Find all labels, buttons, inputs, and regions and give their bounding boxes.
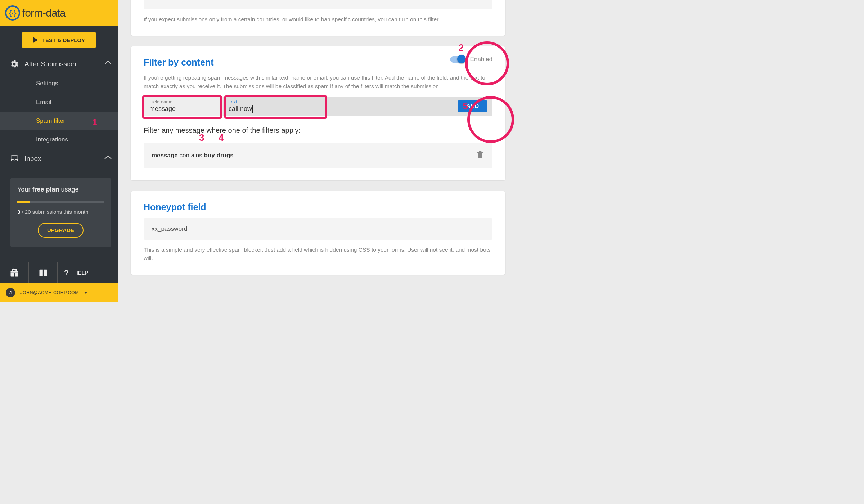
brand-text: form-data bbox=[22, 7, 65, 19]
help-button[interactable]: HELP bbox=[58, 262, 118, 283]
plan-progress bbox=[17, 201, 104, 203]
gift-button[interactable] bbox=[0, 262, 29, 283]
content-title: Filter by content bbox=[144, 57, 492, 68]
bottom-toolbar: HELP bbox=[0, 262, 118, 283]
filter-rule: message contains buy drugs bbox=[144, 143, 492, 168]
plan-usage-box: Your free plan usage 3 / 20 submissions … bbox=[10, 178, 111, 247]
user-menu[interactable]: J JOHN@ACME-CORP.COM bbox=[0, 283, 118, 302]
logo-bar: {·} form-data bbox=[0, 0, 118, 26]
add-button[interactable]: ADD bbox=[458, 100, 487, 112]
chevron-down-icon bbox=[84, 292, 87, 294]
sidebar-item-integrations[interactable]: Integrations bbox=[0, 130, 118, 149]
upgrade-button[interactable]: UPGRADE bbox=[38, 223, 84, 238]
user-email: JOHN@ACME-CORP.COM bbox=[20, 290, 79, 295]
gear-icon bbox=[7, 59, 22, 69]
play-icon bbox=[33, 37, 38, 43]
content-enable-toggle[interactable] bbox=[450, 56, 465, 63]
country-filter-card: If you expect submissions only from a ce… bbox=[131, 0, 505, 36]
content-help: If you're getting repeating spam message… bbox=[144, 73, 492, 90]
country-dropdown[interactable] bbox=[144, 0, 492, 9]
filter-input-row: Field name message Text call now ADD bbox=[144, 97, 492, 116]
nav-inbox[interactable]: Inbox bbox=[0, 149, 118, 168]
delete-rule-button[interactable] bbox=[476, 150, 485, 161]
annotation-2: 2 bbox=[459, 42, 464, 53]
country-help: If you expect submissions only from a ce… bbox=[144, 15, 492, 23]
honeypot-help: This is a simple and very effective spam… bbox=[144, 246, 492, 262]
test-deploy-button[interactable]: TEST & DEPLOY bbox=[22, 32, 96, 48]
sidebar-item-settings[interactable]: Settings bbox=[0, 74, 118, 93]
chevron-down-icon bbox=[481, 0, 485, 1]
honeypot-field-input[interactable]: xx_password bbox=[144, 218, 492, 240]
logo[interactable]: {·} form-data bbox=[5, 5, 65, 21]
logo-icon: {·} bbox=[5, 5, 20, 21]
nav-after-submission[interactable]: After Submission bbox=[0, 54, 118, 74]
field-name-input[interactable]: Field name message bbox=[144, 97, 223, 116]
sidebar-item-spam-filter[interactable]: Spam filter bbox=[0, 112, 118, 130]
honeypot-title: Honeypot field bbox=[144, 202, 492, 212]
sidebar: {·} form-data TEST & DEPLOY After Submis… bbox=[0, 0, 118, 302]
docs-button[interactable] bbox=[29, 262, 58, 283]
plan-sub: 3 / 20 submissions this month bbox=[17, 209, 104, 215]
chevron-up-icon bbox=[104, 155, 112, 162]
avatar: J bbox=[6, 288, 15, 297]
main-content: If you expect submissions only from a ce… bbox=[118, 0, 518, 302]
plan-title: Your free plan usage bbox=[17, 186, 104, 193]
deploy-label: TEST & DEPLOY bbox=[42, 37, 85, 43]
honeypot-card: Honeypot field xx_password This is a sim… bbox=[131, 191, 505, 275]
filter-list-heading: Filter any message where one of the filt… bbox=[144, 126, 492, 135]
toggle-label: Enabled bbox=[470, 56, 492, 63]
sidebar-item-email[interactable]: Email bbox=[0, 93, 118, 112]
content-filter-card: Filter by content Enabled If you're gett… bbox=[131, 46, 505, 180]
text-input[interactable]: Text call now bbox=[223, 97, 324, 116]
inbox-icon bbox=[7, 154, 22, 163]
chevron-up-icon bbox=[104, 60, 112, 68]
